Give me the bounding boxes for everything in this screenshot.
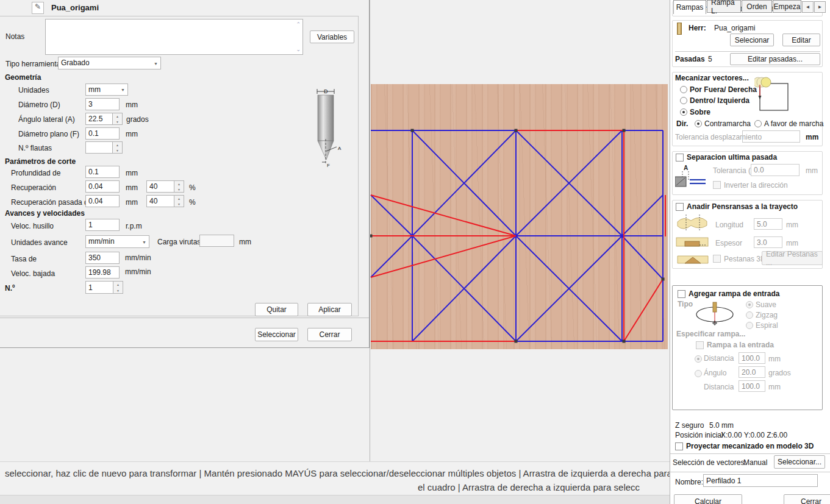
depth-input[interactable] <box>85 166 120 178</box>
tab-scroll-right-icon[interactable]: ► <box>814 1 826 13</box>
scroll-down-icon[interactable]: ⌄ <box>296 46 301 52</box>
plunge-rate-input[interactable] <box>85 266 120 279</box>
conventional-label: Contramarcha <box>704 119 751 128</box>
tab-scroll-left-icon[interactable]: ◄ <box>802 1 814 13</box>
select-tool-button[interactable]: Selecionar <box>730 34 774 46</box>
toolpath-name-input[interactable] <box>703 474 818 487</box>
flat-diameter-input[interactable] <box>85 127 120 140</box>
flutes-input[interactable] <box>85 141 113 154</box>
tool-number-input[interactable] <box>85 281 113 294</box>
project-3d-checkbox[interactable] <box>675 442 683 450</box>
edit-tabs-button[interactable]: Editar Pestanas ... <box>762 251 823 265</box>
offset-tolerance-input[interactable] <box>742 130 800 143</box>
ramp-at-entry-checkbox[interactable] <box>696 341 704 349</box>
spiral-radio[interactable] <box>746 322 753 329</box>
angle-input[interactable] <box>739 366 765 378</box>
outside-right-label: Por Fuera/ Derecha <box>690 85 757 94</box>
smooth-radio[interactable] <box>746 301 753 308</box>
clear-stepover-input[interactable] <box>85 195 120 207</box>
distance-input[interactable] <box>739 352 765 364</box>
notes-label: Notas <box>5 32 24 41</box>
apply-button[interactable]: Aplicar <box>307 303 352 316</box>
tool-label: Herr: <box>689 24 706 32</box>
tool-name-value: Pua_origami <box>714 24 755 32</box>
angle-unit: grados <box>768 369 791 377</box>
tool-type-dropdown[interactable]: Grabado ▼ <box>58 57 161 69</box>
variables-button[interactable]: Variables <box>310 30 354 43</box>
dropdown-arrow-icon: ▼ <box>121 88 125 92</box>
vector-select-button[interactable]: Seleccionar... <box>774 455 825 469</box>
distance2-label: Distancia <box>704 383 734 391</box>
tool-number-spinner[interactable]: ▲▼ <box>113 281 123 294</box>
remove-button[interactable]: Quitar <box>255 303 298 316</box>
svg-text:A: A <box>684 165 688 171</box>
select-button[interactable]: Seleccionar <box>255 328 298 341</box>
feed-rate-input[interactable] <box>85 252 120 264</box>
edit-tool-button[interactable]: Editar <box>782 34 820 46</box>
machining-direction-diagram <box>754 76 793 114</box>
name-label: Nombre: <box>675 478 703 486</box>
notes-textarea[interactable]: ⌃ ⌄ <box>45 19 303 55</box>
on-vector-radio[interactable] <box>680 108 687 116</box>
zigzag-radio[interactable] <box>746 311 753 319</box>
tool-type-label: Tipo herramienta <box>5 60 60 68</box>
calculate-button[interactable]: Calcular <box>674 494 742 504</box>
feed-units-label: Unidades avance <box>11 238 68 247</box>
passes-label: Pasadas <box>675 55 705 63</box>
add-ramp-label: Agregar rampa de entrada <box>689 289 779 298</box>
clear-stepover-pct-input[interactable] <box>146 195 174 207</box>
units-dropdown[interactable]: mm ▼ <box>85 83 128 96</box>
tolerance-a-input[interactable] <box>751 164 800 176</box>
tab-orden[interactable]: Orden <box>742 0 772 13</box>
flutes-spinner[interactable]: ▲▼ <box>113 141 123 154</box>
stepover-unit: mm <box>126 183 138 192</box>
toolpath-panel: Mostrar opciones avanzad Herr: Pua_origa… <box>670 0 830 504</box>
side-angle-input[interactable] <box>85 113 113 125</box>
last-pass-checkbox[interactable] <box>676 154 684 161</box>
smooth-label: Suave <box>756 300 776 309</box>
distance2-input[interactable] <box>739 380 765 392</box>
close-panel-button[interactable]: Cerrar <box>784 494 830 504</box>
clear-stepover-pct-spinner[interactable]: ▲▼ <box>174 195 184 207</box>
tab-thickness-input[interactable] <box>754 236 782 248</box>
feed-units-dropdown[interactable]: mm/min ▼ <box>85 235 149 248</box>
chip-load-input[interactable] <box>199 235 234 247</box>
v-bit-diagram: D A F <box>310 84 344 169</box>
tab-rampa-l[interactable]: Rampa L. <box>707 0 741 13</box>
reverse-direction-checkbox[interactable] <box>713 181 721 189</box>
tab-empezar[interactable]: Empeza <box>773 0 801 13</box>
clear-stepover-label: Recuperación pasada desb <box>11 198 85 207</box>
application-window: ✎ Pua_origami Notas ⌃ ⌄ Variables Tipo h… <box>0 0 830 504</box>
tabs-3d-checkbox[interactable] <box>713 255 721 263</box>
spindle-speed-input[interactable] <box>85 219 120 231</box>
scroll-up-icon[interactable]: ⌃ <box>296 21 301 27</box>
cut-params-section-label: Parámetros de corte <box>5 157 76 166</box>
tab-length-input[interactable] <box>754 218 782 230</box>
drawing-canvas[interactable] <box>370 0 670 461</box>
feed-rate-label: Tasa de <box>11 255 37 263</box>
add-tabs-checkbox[interactable] <box>676 203 684 211</box>
side-angle-spinner[interactable]: ▲▼ <box>113 113 123 125</box>
stepover-pct-spinner[interactable]: ▲▼ <box>174 180 184 193</box>
vector-selection-value: Manual <box>743 458 767 467</box>
tab-rampas[interactable]: Rampas <box>673 0 706 14</box>
distance-radio[interactable] <box>695 355 702 363</box>
spindle-speed-unit: r.p.m <box>126 222 142 230</box>
vector-pattern[interactable] <box>370 0 670 461</box>
diameter-unit: mm <box>126 101 138 109</box>
ramp-at-entry-label: Rampa a la entrada <box>707 341 774 349</box>
close-button[interactable]: Cerrar <box>307 328 352 341</box>
tab-length-unit: mm <box>786 221 798 229</box>
conventional-radio[interactable] <box>695 120 702 127</box>
edit-passes-button[interactable]: Editar pasadas... <box>730 53 820 65</box>
inside-left-label: Dentro/ Izquierda <box>690 96 750 105</box>
angle-radio[interactable] <box>695 370 702 377</box>
flat-diameter-label: Diámetro plano (F) <box>18 130 79 138</box>
climb-radio[interactable] <box>754 120 762 127</box>
inside-left-radio[interactable] <box>680 97 687 104</box>
stepover-input[interactable] <box>85 180 120 193</box>
outside-right-radio[interactable] <box>680 86 687 93</box>
add-ramp-checkbox[interactable] <box>678 290 685 298</box>
diameter-input[interactable] <box>85 98 120 110</box>
stepover-pct-input[interactable] <box>146 180 174 193</box>
